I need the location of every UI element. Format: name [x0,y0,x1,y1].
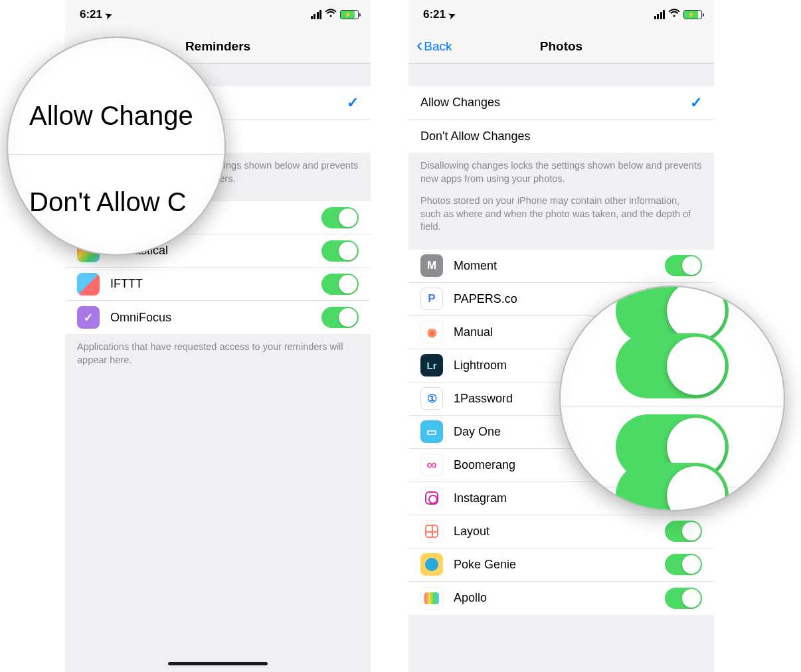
app-icon: M [420,254,443,277]
app-row[interactable]: Layout [408,515,714,548]
toggle-switch[interactable] [321,307,359,328]
zoom-bubble-options: Allow Change Don't Allow C [7,37,226,256]
app-icon: ▭ [420,420,443,443]
nav-title: Reminders [185,39,250,54]
allow-changes-label: Allow Changes [420,96,690,110]
nav-title: Photos [540,39,582,54]
signal-icon [311,10,322,19]
status-bar: 6:21 ➤ ⚡ [408,0,714,29]
changes-footer: Disallowing changes locks the settings s… [408,153,714,250]
location-arrow-icon: ➤ [447,9,457,21]
app-row[interactable]: Apollo [408,582,714,615]
wifi-icon [325,9,337,21]
toggle-switch[interactable] [665,255,702,276]
app-icon [420,520,443,543]
app-label: OmniFocus [110,311,321,325]
toggle-switch[interactable] [321,274,359,295]
app-icon: P [420,288,443,310]
app-label: Moment [454,259,665,273]
back-label: Back [424,39,452,54]
app-icon: ① [420,387,443,410]
status-time: 6:21 [80,8,102,21]
app-icon: Lr [420,354,443,377]
app-row[interactable]: MMoment [408,250,714,283]
app-label: Poke Genie [454,558,665,572]
status-time: 6:21 [423,8,446,21]
changes-group: Allow Changes ✓ Don't Allow Changes [408,86,714,153]
app-row[interactable]: IFTTT [65,268,371,301]
zoom-bubble-toggles [559,286,785,511]
home-indicator[interactable] [168,662,268,665]
zoom-toggle-switch [616,463,729,511]
toggle-switch[interactable] [665,588,702,609]
wifi-icon [668,9,680,21]
navbar: ‹ Back Photos [408,29,714,64]
app-icon [420,487,443,509]
toggle-switch[interactable] [665,521,702,542]
app-row[interactable]: ✓ OmniFocus [65,301,371,334]
zoom-dont-allow-label: Don't Allow C [29,187,203,217]
app-label: Layout [454,525,665,539]
toggle-switch[interactable] [665,554,702,575]
chevron-left-icon: ‹ [416,36,422,54]
app-label: IFTTT [110,277,321,291]
allow-changes-row[interactable]: Allow Changes ✓ [408,86,714,120]
app-icon: ∞ [420,454,443,476]
dont-allow-changes-label: Don't Allow Changes [420,129,702,143]
app-label: Apollo [454,591,665,605]
app-icon: ✓ [77,306,100,329]
checkmark-icon: ✓ [347,94,359,112]
back-button[interactable]: ‹ Back [416,37,452,56]
signal-icon [654,10,666,19]
dont-allow-changes-row[interactable]: Don't Allow Changes [408,120,714,153]
toggle-switch[interactable] [321,207,359,228]
app-icon [420,587,443,610]
zoom-allow-label: Allow Change [29,101,203,131]
battery-icon: ⚡ [340,10,359,19]
app-icon: ◉ [420,321,443,343]
status-bar: 6:21 ➤ ⚡ [65,0,371,29]
app-icon [420,553,443,576]
battery-icon: ⚡ [683,10,702,19]
zoom-toggle-switch [616,333,729,398]
checkmark-icon: ✓ [690,94,702,112]
location-arrow-icon: ➤ [104,9,114,21]
toggle-switch[interactable] [321,240,359,262]
apps-footer: Applications that have requested access … [65,334,371,382]
app-row[interactable]: Poke Genie [408,548,714,582]
app-icon [77,273,100,295]
